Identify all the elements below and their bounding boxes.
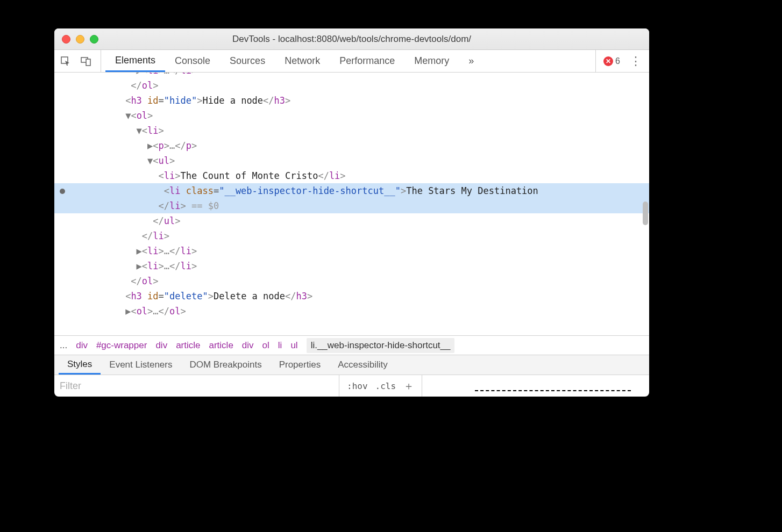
devtools-window: DevTools - localhost:8080/web/tools/chro… [54,28,649,397]
breadcrumb-item[interactable]: div [242,340,254,351]
main-toolbar: Elements Console Sources Network Perform… [54,50,649,73]
box-model-preview [422,375,649,397]
dom-row[interactable]: ▶<li>…</li> [54,243,649,258]
device-icon[interactable] [80,55,92,67]
subtab-event-listeners[interactable]: Event Listeners [101,355,181,375]
window-title: DevTools - localhost:8080/web/tools/chro… [54,34,649,45]
tab-performance[interactable]: Performance [330,50,404,72]
dom-row[interactable]: ▼<ul> [54,153,649,168]
breadcrumb-item[interactable]: li [278,340,282,351]
tabs-overflow[interactable]: » [459,50,484,72]
new-style-rule-icon[interactable]: ＋ [403,379,414,393]
subtab-accessibility[interactable]: Accessibility [329,355,396,375]
dom-row[interactable]: <h3 id="delete">Delete a node</h3> [54,289,649,304]
panel-tabs: Elements Console Sources Network Perform… [101,50,595,72]
dom-row[interactable]: ▶<ol>…</ol> [54,304,649,319]
dom-row[interactable]: ▶<li>…</li> [54,258,649,274]
dom-row[interactable]: </ol> [54,78,649,93]
breadcrumb-item[interactable]: #gc-wrapper [96,340,147,351]
breadcrumb-item[interactable]: ul [290,340,297,351]
styles-filter-input[interactable] [54,380,339,392]
breadcrumb-item[interactable]: ol [262,340,269,351]
breadcrumb-item[interactable]: div [76,340,88,351]
breadcrumb-item[interactable]: article [176,340,200,351]
tab-console[interactable]: Console [165,50,220,72]
dom-row[interactable]: <li class="__web-inspector-hide-shortcut… [54,183,649,198]
subtab-dom-breakpoints[interactable]: DOM Breakpoints [181,355,270,375]
dom-row[interactable]: ▶<li>…</li> [54,73,649,78]
dom-row[interactable]: </li> == $0 [54,198,649,213]
breadcrumb-item[interactable]: article [209,340,233,351]
breadcrumb-item[interactable]: div [155,340,167,351]
tab-network[interactable]: Network [275,50,330,72]
dom-row[interactable]: </ol> [54,274,649,289]
dom-row[interactable]: <h3 id="hide">Hide a node</h3> [54,93,649,108]
dom-row[interactable]: </ul> [54,213,649,228]
settings-menu-icon[interactable]: ⋮ [628,54,644,68]
dom-row[interactable]: ▼<li> [54,123,649,138]
dom-row[interactable]: ▶<p>…</p> [54,138,649,153]
hov-toggle[interactable]: :hov [347,381,368,391]
chevron-right-icon: » [468,55,474,67]
cls-toggle[interactable]: .cls [375,381,396,391]
dom-row[interactable]: </li> [54,228,649,243]
tab-memory[interactable]: Memory [404,50,459,72]
styles-subtabs: Styles Event Listeners DOM Breakpoints P… [54,355,649,375]
scrollbar-thumb[interactable] [643,202,648,225]
breadcrumb: ...div#gc-wrapperdivarticlearticledivoll… [54,335,649,355]
tab-sources[interactable]: Sources [220,50,275,72]
titlebar: DevTools - localhost:8080/web/tools/chro… [54,28,649,50]
breadcrumb-item[interactable]: li.__web-inspector-hide-shortcut__ [307,338,455,353]
svg-rect-2 [86,59,90,66]
error-icon: ✕ [603,56,613,66]
dom-row[interactable]: ▼<ol> [54,108,649,123]
box-model-margin-edge [475,390,631,392]
dom-tree[interactable]: ▶<li>…</li> </ol> <h3 id="hide">Hide a n… [54,73,649,335]
subtab-styles[interactable]: Styles [59,355,101,375]
dom-row[interactable]: <li>The Count of Monte Cristo</li> [54,168,649,183]
breadcrumb-item[interactable]: ... [60,340,67,351]
error-count-badge[interactable]: ✕ 6 [603,56,620,66]
tab-elements[interactable]: Elements [105,50,165,72]
styles-toolbar: :hov .cls ＋ [54,375,649,397]
error-count: 6 [615,56,620,66]
inspect-icon[interactable] [60,55,72,67]
subtab-properties[interactable]: Properties [271,355,329,375]
